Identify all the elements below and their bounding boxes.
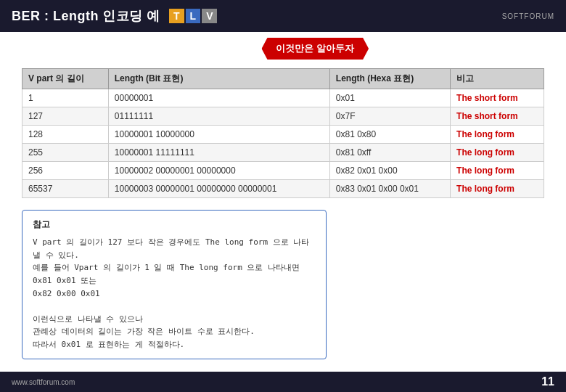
badge-v: V bbox=[202, 9, 217, 23]
cell-note: The short form bbox=[451, 89, 544, 107]
cell-bit: 10000001 10000000 bbox=[108, 126, 329, 144]
note-line: V part 의 길이가 127 보다 작은 경우에도 The long for… bbox=[33, 236, 316, 261]
note-line: 0x82 0x00 0x01 bbox=[33, 287, 316, 301]
cell-vlen: 1 bbox=[22, 89, 109, 107]
note-line: 이런식으로 나타낼 수 있으나 bbox=[33, 313, 316, 326]
table-row: 25610000002 00000001 000000000x82 0x01 0… bbox=[22, 162, 544, 180]
note-line: 예를 들어 Vpart 의 길이가 1 일 때 The long form 으로… bbox=[33, 261, 316, 274]
ber-length-table: V part 의 길이 Length (Bit 표현) Length (Hexa… bbox=[22, 68, 544, 198]
cell-bit: 01111111 bbox=[108, 107, 329, 126]
cell-vlen: 65537 bbox=[22, 180, 109, 198]
header: BER : Length 인코딩 예 T L V SOFTFORUM bbox=[0, 0, 566, 32]
cell-vlen: 255 bbox=[22, 144, 109, 162]
badge-t: T bbox=[169, 9, 184, 23]
cell-bit: 10000001 11111111 bbox=[108, 144, 329, 162]
data-table-wrapper: V part 의 길이 Length (Bit 표현) Length (Hexa… bbox=[22, 68, 544, 198]
note-line: 관례상 데이터의 길이는 가장 작은 바이트 수로 표시한다. bbox=[33, 325, 316, 338]
logo: SOFTFORUM bbox=[502, 12, 554, 20]
table-row: 1000000010x01The short form bbox=[22, 89, 544, 107]
cell-hex: 0x01 bbox=[329, 89, 450, 107]
cell-hex: 0x82 0x01 0x00 bbox=[329, 162, 450, 180]
cell-bit: 00000001 bbox=[108, 89, 329, 107]
col-header-vlen: V part 의 길이 bbox=[22, 69, 109, 89]
badge-l: L bbox=[186, 9, 201, 23]
table-row: 6553710000003 00000001 00000000 00000001… bbox=[22, 180, 544, 198]
cell-bit: 10000002 00000001 00000000 bbox=[108, 162, 329, 180]
table-header-row: V part 의 길이 Length (Bit 표현) Length (Hexa… bbox=[22, 69, 544, 89]
footer-url: www.softforum.com bbox=[12, 378, 75, 386]
cell-hex: 0x83 0x01 0x00 0x01 bbox=[329, 180, 450, 198]
note-line: 0x81 0x01 또는 bbox=[33, 274, 316, 287]
cell-bit: 10000003 00000001 00000000 00000001 bbox=[108, 180, 329, 198]
cell-note: The long form bbox=[451, 144, 544, 162]
cell-hex: 0x7F bbox=[329, 107, 450, 126]
ribbon-banner: 이것만은 알아두자 bbox=[261, 38, 369, 60]
col-header-note: 비고 bbox=[451, 69, 544, 89]
note-line: 따라서 0x01 로 표현하는 게 적절하다. bbox=[33, 338, 316, 351]
cell-vlen: 127 bbox=[22, 107, 109, 126]
footer-page-number: 11 bbox=[541, 375, 554, 388]
cell-vlen: 128 bbox=[22, 126, 109, 144]
cell-hex: 0x81 0x80 bbox=[329, 126, 450, 144]
cell-note: The long form bbox=[451, 162, 544, 180]
page-title: BER : Length 인코딩 예 bbox=[12, 7, 160, 25]
cell-hex: 0x81 0xff bbox=[329, 144, 450, 162]
note-content: V part 의 길이가 127 보다 작은 경우에도 The long for… bbox=[33, 236, 316, 351]
tlv-badge-group: T L V bbox=[169, 9, 217, 23]
note-title: 참고 bbox=[33, 218, 316, 232]
cell-note: The long form bbox=[451, 126, 544, 144]
note-line bbox=[33, 300, 316, 313]
main-content: 이것만은 알아두자 V part 의 길이 Length (Bit 표현) Le… bbox=[0, 32, 566, 367]
footer: www.softforum.com 11 bbox=[0, 372, 566, 392]
table-row: 12810000001 100000000x81 0x80The long fo… bbox=[22, 126, 544, 144]
table-row: 25510000001 111111110x81 0xffThe long fo… bbox=[22, 144, 544, 162]
col-header-bit: Length (Bit 표현) bbox=[108, 69, 329, 89]
cell-note: The long form bbox=[451, 180, 544, 198]
cell-vlen: 256 bbox=[22, 162, 109, 180]
cell-note: The short form bbox=[451, 107, 544, 126]
table-row: 127011111110x7FThe short form bbox=[22, 107, 544, 126]
note-box: 참고 V part 의 길이가 127 보다 작은 경우에도 The long … bbox=[22, 210, 327, 359]
col-header-hex: Length (Hexa 표현) bbox=[329, 69, 450, 89]
